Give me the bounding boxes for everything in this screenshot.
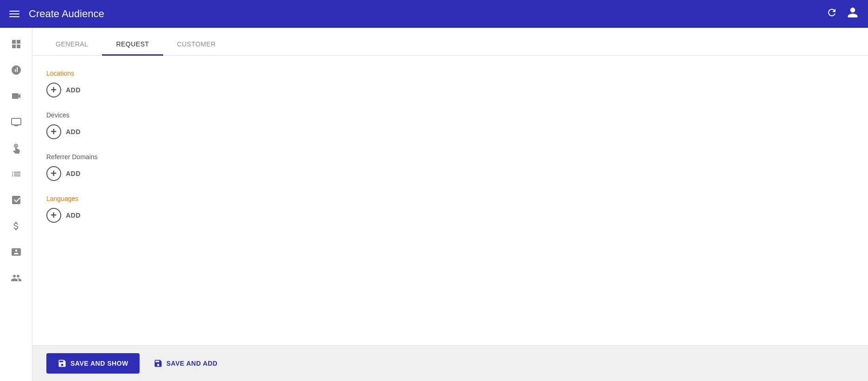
sidebar-item-billing[interactable] xyxy=(5,214,28,238)
referrer-domains-section: Referrer Domains + ADD xyxy=(46,153,854,181)
locations-add-circle-icon: + xyxy=(46,83,61,97)
main-layout: GENERAL REQUEST CUSTOMER Locations + ADD… xyxy=(0,28,868,381)
languages-label: Languages xyxy=(46,195,854,202)
topbar: Create Audience xyxy=(0,0,868,28)
footer: SAVE AND SHOW SAVE AND ADD xyxy=(32,345,868,381)
tab-customer[interactable]: CUSTOMER xyxy=(163,40,230,56)
sidebar-item-dashboard[interactable] xyxy=(5,32,28,56)
form-area: Locations + ADD Devices + ADD Referrer D… xyxy=(32,56,868,345)
save-add-label: SAVE AND ADD xyxy=(166,360,218,367)
sidebar-item-touch[interactable] xyxy=(5,136,28,160)
sidebar-item-analytics[interactable] xyxy=(5,58,28,82)
locations-add-label: ADD xyxy=(66,86,81,94)
devices-section: Devices + ADD xyxy=(46,111,854,139)
sidebar-item-media[interactable] xyxy=(5,188,28,212)
sidebar-item-badge[interactable] xyxy=(5,240,28,264)
tabs: GENERAL REQUEST CUSTOMER xyxy=(32,28,868,56)
referrer-domains-label: Referrer Domains xyxy=(46,153,854,161)
locations-section: Locations + ADD xyxy=(46,70,854,97)
user-icon[interactable] xyxy=(847,6,859,21)
topbar-actions xyxy=(826,6,859,21)
locations-label: Locations xyxy=(46,70,854,77)
content-area: GENERAL REQUEST CUSTOMER Locations + ADD… xyxy=(32,28,868,381)
sidebar-item-video[interactable] xyxy=(5,84,28,108)
devices-add-button[interactable]: + ADD xyxy=(46,124,81,139)
page-title: Create Audience xyxy=(29,8,817,20)
languages-add-button[interactable]: + ADD xyxy=(46,208,81,223)
languages-section: Languages + ADD xyxy=(46,195,854,223)
sidebar-item-users[interactable] xyxy=(5,266,28,290)
refresh-icon[interactable] xyxy=(826,7,837,21)
devices-label: Devices xyxy=(46,111,854,119)
languages-add-label: ADD xyxy=(66,212,81,219)
sidebar xyxy=(0,28,32,381)
referrer-domains-add-circle-icon: + xyxy=(46,166,61,181)
save-show-icon xyxy=(57,359,67,368)
devices-add-label: ADD xyxy=(66,128,81,136)
save-add-icon xyxy=(153,359,163,368)
save-and-show-button[interactable]: SAVE AND SHOW xyxy=(46,353,140,374)
languages-add-circle-icon: + xyxy=(46,208,61,223)
referrer-domains-add-label: ADD xyxy=(66,170,81,177)
sidebar-item-list[interactable] xyxy=(5,162,28,186)
devices-add-circle-icon: + xyxy=(46,124,61,139)
save-show-label: SAVE AND SHOW xyxy=(70,360,128,367)
sidebar-item-tv[interactable] xyxy=(5,110,28,134)
menu-icon[interactable] xyxy=(9,11,19,17)
save-and-add-button[interactable]: SAVE AND ADD xyxy=(149,353,223,374)
tab-general[interactable]: GENERAL xyxy=(42,40,102,56)
tab-request[interactable]: REQUEST xyxy=(102,40,163,56)
referrer-domains-add-button[interactable]: + ADD xyxy=(46,166,81,181)
locations-add-button[interactable]: + ADD xyxy=(46,83,81,97)
